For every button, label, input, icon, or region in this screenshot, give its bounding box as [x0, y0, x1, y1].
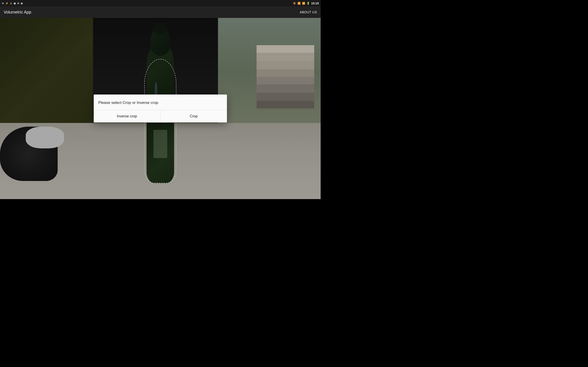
app-title: Volumetric App: [4, 10, 31, 15]
dialog-message: Please select Crop or Inverse crop: [94, 94, 227, 110]
status-bar: ⊕ ⚡ ◎ ▣ ⊞ ◉ 🔇 📶 📶 🔋 15:15: [0, 0, 321, 6]
dialog-actions: Inverse crop Crop: [94, 110, 227, 123]
dialog-overlay: Please select Crop or Inverse crop Inver…: [0, 18, 321, 199]
drive-icon: ⊞: [17, 2, 19, 5]
camera-view: Please select Crop or Inverse crop Inver…: [0, 18, 321, 199]
notification-icon: ⊕: [2, 2, 4, 5]
screencast-icon: ▣: [14, 2, 16, 5]
mute-icon: 🔇: [293, 2, 296, 5]
vpn-icon: ◉: [21, 2, 23, 5]
inverse-crop-button[interactable]: Inverse crop: [94, 110, 160, 123]
status-bar-left: ⊕ ⚡ ◎ ▣ ⊞ ◉: [2, 2, 23, 5]
wifi-icon: 📶: [297, 2, 301, 5]
app-toolbar: Volumetric App ABOUT US: [0, 6, 321, 18]
status-bar-right: 🔇 📶 📶 🔋 15:15: [293, 2, 319, 5]
clock: 15:15: [311, 2, 319, 5]
shield-icon: ◎: [10, 2, 12, 5]
battery-icon: 🔋: [307, 2, 310, 5]
signal-icon: 📶: [302, 2, 305, 5]
crop-button[interactable]: Crop: [161, 110, 227, 123]
crop-dialog: Please select Crop or Inverse crop Inver…: [94, 94, 227, 123]
usb-icon: ⚡: [5, 2, 9, 5]
about-us-button[interactable]: ABOUT US: [300, 10, 317, 14]
